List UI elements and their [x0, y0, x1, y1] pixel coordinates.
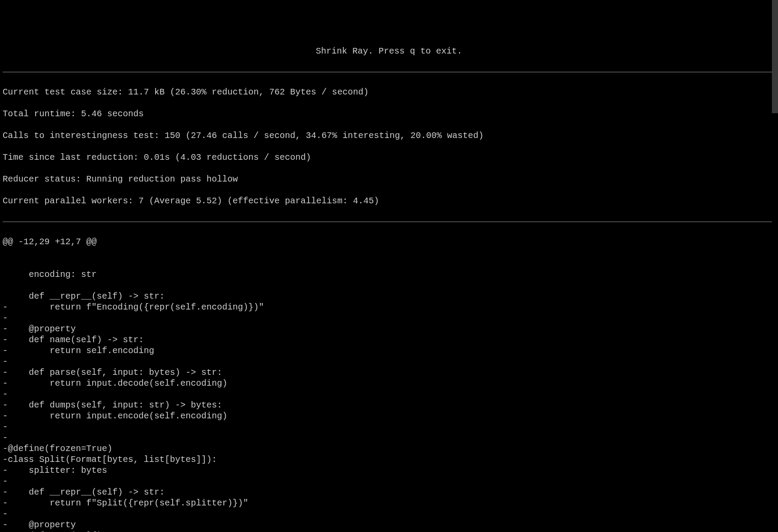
stat-reducer-status: Reducer status: Running reduction pass h… — [3, 174, 775, 185]
divider-mid — [3, 222, 775, 222]
divider-top — [3, 72, 775, 72]
stat-current-size: Current test case size: 11.7 kB (26.30% … — [3, 87, 775, 98]
stat-total-runtime: Total runtime: 5.46 seconds — [3, 108, 775, 119]
scrollbar-thumb[interactable] — [772, 0, 778, 113]
diff-hunk-header: @@ -12,29 +12,7 @@ — [3, 236, 775, 247]
app-title: Shrink Ray. Press q to exit. — [3, 46, 775, 57]
scrollbar-track[interactable] — [772, 0, 778, 532]
stat-time-since-last: Time since last reduction: 0.01s (4.03 r… — [3, 152, 775, 163]
stat-calls: Calls to interestingness test: 150 (27.4… — [3, 130, 775, 141]
diff-body: encoding: str def __repr__(self) -> str:… — [3, 258, 775, 532]
stat-parallel-workers: Current parallel workers: 7 (Average 5.5… — [3, 195, 775, 206]
